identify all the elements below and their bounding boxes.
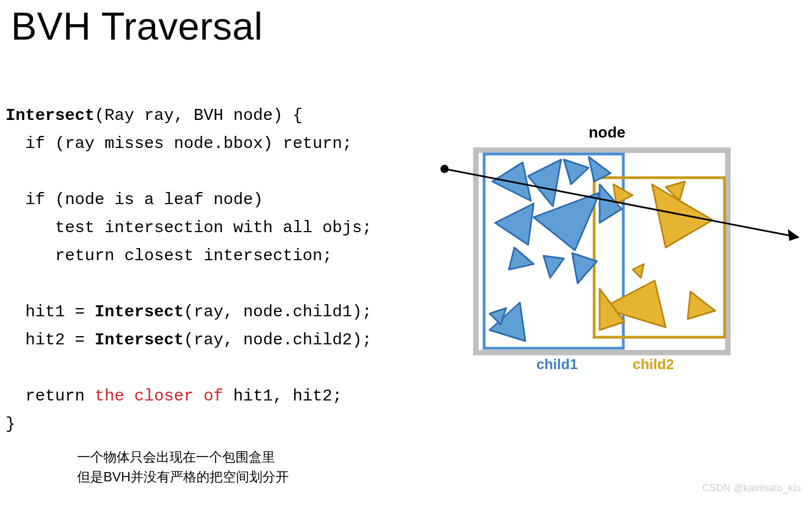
- watermark: CSDN @kamisato_kiu: [703, 482, 801, 494]
- notes-block: 一个物体只会出现在一个包围盒里 但是BVH并没有严格的把空间划分开: [77, 447, 289, 487]
- code-line-part: hit2 =: [6, 331, 95, 349]
- fn-call: Intersect: [95, 303, 184, 321]
- note-line: 一个物体只会出现在一个包围盒里: [77, 447, 289, 467]
- svg-marker-4: [495, 204, 534, 245]
- code-line: if (ray misses node.bbox) return;: [6, 134, 352, 153]
- svg-marker-7: [509, 248, 534, 270]
- svg-marker-2: [564, 160, 589, 184]
- bvh-diagram: node child1 child2: [435, 124, 809, 382]
- code-line-part: return: [6, 387, 95, 405]
- pseudocode-block: Intersect(Ray ray, BVH node) { if (ray m…: [6, 102, 372, 438]
- sig-open: (Ray ray, BVH node) {: [95, 106, 303, 125]
- code-highlight: the closer of: [95, 387, 223, 405]
- page-title: BVH Traversal: [11, 4, 263, 48]
- code-close: }: [6, 415, 15, 433]
- svg-marker-10: [490, 303, 525, 341]
- code-line-part: hit1, hit2;: [223, 387, 342, 405]
- svg-marker-21: [789, 231, 798, 240]
- svg-marker-17: [688, 292, 715, 319]
- code-line: if (node is a leaf node): [6, 190, 263, 209]
- svg-marker-5: [534, 193, 600, 250]
- code-line: test intersection with all objs;: [6, 218, 372, 237]
- fn-call: Intersect: [95, 331, 184, 349]
- svg-marker-14: [633, 264, 644, 278]
- code-line-part: (ray, node.child1);: [184, 303, 372, 321]
- code-line: return closest intersection;: [6, 246, 332, 265]
- svg-line-20: [445, 169, 798, 237]
- svg-marker-8: [544, 256, 564, 278]
- fn-name: Intersect: [6, 106, 95, 125]
- code-line-part: hit1 =: [6, 303, 95, 321]
- bvh-svg: [435, 124, 809, 382]
- child2-triangles: [600, 182, 715, 330]
- note-line: 但是BVH并没有严格的把空间划分开: [77, 467, 289, 487]
- code-line-part: (ray, node.child2);: [184, 331, 372, 349]
- svg-marker-1: [528, 160, 561, 206]
